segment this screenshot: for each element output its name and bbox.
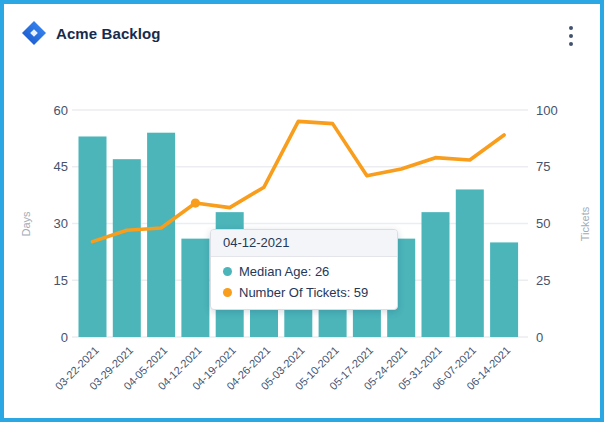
right-axis-tick-label: 75: [536, 159, 550, 174]
active-point-marker[interactable]: [191, 198, 200, 207]
tooltip-median-age-text: Median Age: 26: [239, 264, 329, 279]
right-axis-tick-label: 50: [536, 216, 550, 231]
bar-05-17-2021[interactable]: [353, 307, 381, 337]
left-axis-tick-label: 0: [61, 330, 68, 345]
median-age-series-dot: [223, 267, 232, 276]
acme-diamond-logo-icon: [21, 20, 47, 46]
right-axis-tick-label: 100: [536, 103, 558, 118]
right-axis-name: Tickets: [579, 206, 591, 241]
right-axis-tick-label: 25: [536, 273, 550, 288]
more-options-button[interactable]: [564, 23, 578, 49]
bar-03-29-2021[interactable]: [113, 159, 141, 337]
left-axis-tick-label: 15: [54, 273, 68, 288]
bar-04-26-2021[interactable]: [250, 307, 278, 337]
widget-header: Acme Backlog: [21, 20, 161, 46]
backlog-chart[interactable]: 0015253050457560100DaysTickets03-22-2021…: [0, 0, 604, 422]
kebab-dot: [569, 42, 573, 46]
bar-06-07-2021[interactable]: [456, 189, 484, 337]
bar-05-10-2021[interactable]: [319, 307, 347, 337]
right-axis-tick-label: 0: [536, 330, 543, 345]
tooltip-date: 04-12-2021: [211, 230, 397, 257]
kebab-dot: [569, 26, 573, 30]
bar-06-14-2021[interactable]: [490, 242, 518, 337]
kebab-dot: [569, 34, 573, 38]
left-axis-tick-label: 45: [54, 159, 68, 174]
tooltip-row-tickets: Number Of Tickets: 59: [223, 285, 385, 300]
left-axis-tick-label: 60: [54, 103, 68, 118]
tickets-series-dot: [223, 288, 232, 297]
tooltip-tickets-text: Number Of Tickets: 59: [239, 285, 368, 300]
left-axis-tick-label: 30: [54, 216, 68, 231]
bar-05-03-2021[interactable]: [284, 307, 312, 337]
left-axis-name: Days: [20, 211, 32, 237]
bar-05-31-2021[interactable]: [422, 212, 450, 337]
bar-04-12-2021[interactable]: [181, 239, 209, 337]
bar-04-05-2021[interactable]: [147, 133, 175, 337]
widget-title: Acme Backlog: [56, 25, 161, 42]
acme-backlog-widget: Acme Backlog 0015253050457560100DaysTick…: [0, 0, 604, 422]
tooltip-row-median-age: Median Age: 26: [223, 264, 385, 279]
chart-tooltip: 04-12-2021 Median Age: 26 Number Of Tick…: [210, 229, 398, 310]
tooltip-body: Median Age: 26 Number Of Tickets: 59: [211, 257, 397, 309]
